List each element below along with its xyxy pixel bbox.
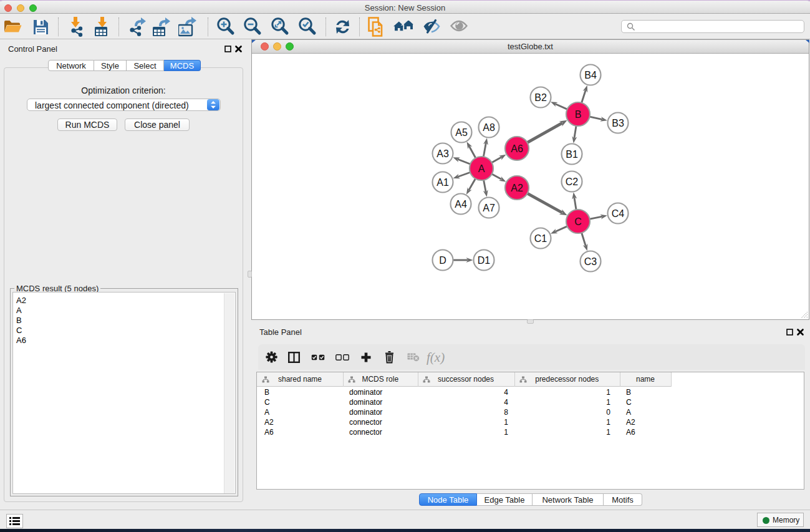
svg-text:B: B [575, 109, 582, 120]
svg-text:D1: D1 [478, 255, 491, 266]
svg-text:D: D [439, 255, 446, 266]
svg-text:C: C [574, 216, 582, 227]
svg-text:C1: C1 [534, 233, 547, 244]
svg-text:B2: B2 [534, 92, 547, 103]
svg-text:B3: B3 [612, 118, 624, 128]
svg-text:A2: A2 [511, 183, 523, 193]
svg-text:C3: C3 [584, 256, 597, 267]
svg-text:C2: C2 [566, 177, 579, 187]
svg-text:A5: A5 [455, 127, 468, 138]
svg-text:A4: A4 [455, 199, 467, 210]
svg-text:B1: B1 [566, 149, 578, 160]
svg-text:A3: A3 [436, 148, 449, 159]
svg-text:A8: A8 [483, 122, 495, 133]
svg-text:B4: B4 [584, 70, 597, 80]
svg-text:A: A [478, 163, 485, 174]
svg-text:C4: C4 [612, 208, 625, 219]
svg-text:A1: A1 [436, 177, 449, 188]
svg-text:A6: A6 [511, 143, 523, 154]
svg-text:A7: A7 [483, 203, 495, 213]
